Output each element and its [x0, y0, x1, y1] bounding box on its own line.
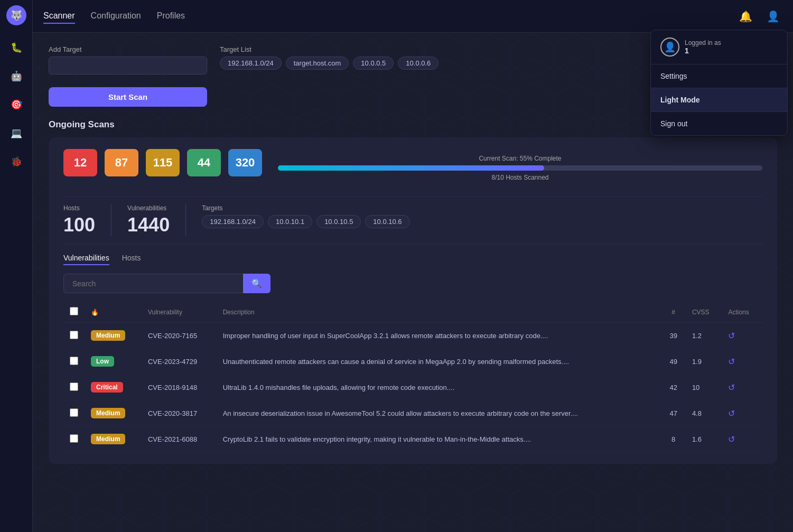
robot-icon: 🤖: [11, 70, 22, 82]
row-checkbox-cell: [63, 349, 85, 375]
tag-0: 192.168.1.0/24: [220, 57, 282, 70]
row-count: 8: [661, 426, 685, 452]
row-severity-cell: Medium: [85, 400, 142, 426]
info-badge: 320: [228, 149, 262, 176]
row-checkbox-3[interactable]: [70, 408, 78, 417]
scan-tabs: Vulnerabilities Hosts: [63, 254, 762, 265]
row-severity-cell: Medium: [85, 323, 142, 349]
progress-bar-fill: [278, 165, 544, 171]
col-actions: Actions: [722, 302, 762, 323]
targets-stat: Targets 192.168.1.0/24 10.0.10.1 10.0.10…: [202, 204, 425, 228]
target-list-label: Target List: [220, 45, 439, 53]
severity-badge: Critical: [91, 382, 123, 393]
search-row: 🔍: [63, 274, 762, 293]
start-scan-button[interactable]: Start Scan: [49, 87, 207, 107]
row-cve: CVE-2020-7165: [142, 323, 217, 349]
row-checkbox-cell: [63, 375, 85, 400]
app-logo[interactable]: 🐺: [6, 5, 26, 25]
hosts-stat-value: 100: [63, 214, 95, 236]
sidebar-item-bug2[interactable]: 🐞: [7, 152, 26, 171]
user-icon: 👤: [767, 10, 780, 23]
tab-vulnerabilities[interactable]: Vulnerabilities: [63, 254, 109, 265]
table-row: Medium CVE-2020-7165 Improper handling o…: [63, 323, 762, 349]
action-icon[interactable]: ↺: [728, 331, 735, 340]
tab-profiles[interactable]: Profiles: [157, 9, 185, 24]
row-severity-cell: Medium: [85, 426, 142, 452]
search-input[interactable]: [63, 274, 243, 293]
row-count: 47: [661, 400, 685, 426]
scan-progress: Current Scan: 55% Complete 8/10 Hosts Sc…: [278, 155, 762, 181]
action-icon[interactable]: ↺: [728, 357, 735, 366]
row-checkbox-4[interactable]: [70, 434, 78, 443]
table-row: Medium CVE-2021-6088 CryptoLib 2.1 fails…: [63, 426, 762, 452]
progress-bar-track: [278, 165, 762, 171]
scan-target-tags: 192.168.1.0/24 10.0.10.1 10.0.10.5 10.0.…: [202, 215, 409, 228]
row-checkbox-1[interactable]: [70, 357, 78, 365]
low-badge: 44: [187, 149, 221, 176]
col-description: Description: [217, 302, 661, 323]
settings-item[interactable]: Settings: [651, 64, 787, 88]
progress-label: Current Scan: 55% Complete: [278, 155, 762, 162]
vulns-stat-label: Vulnerabilities: [127, 204, 170, 212]
scan-stats: Hosts 100 Vulnerabilities 1440 Targets 1…: [63, 197, 762, 244]
action-icon[interactable]: ↺: [728, 383, 735, 392]
sidebar-item-robot[interactable]: 🤖: [7, 67, 26, 86]
hosts-stat: Hosts 100: [63, 204, 111, 236]
severity-badge: Medium: [91, 434, 125, 444]
light-mode-item[interactable]: Light Mode: [651, 88, 787, 112]
bug2-icon: 🐞: [11, 156, 22, 167]
add-target-label: Add Target: [49, 45, 207, 53]
select-all-checkbox[interactable]: [70, 307, 78, 315]
sidebar-item-target[interactable]: 🎯: [7, 95, 26, 114]
user-menu-button[interactable]: 👤: [763, 7, 782, 26]
scan-card: 12 87 115 44 320 Current Scan: 55% Compl…: [49, 137, 777, 464]
table-row: Medium CVE-2020-3817 An insecure deseria…: [63, 400, 762, 426]
row-checkbox-0[interactable]: [70, 331, 78, 339]
row-description: Improper handling of user input in Super…: [217, 323, 661, 349]
row-description: An insecure deserialization issue in Awe…: [217, 400, 661, 426]
row-actions: ↺: [722, 400, 762, 426]
scan-tag-2: 10.0.10.5: [316, 215, 361, 228]
login-info: Logged in as 1: [685, 39, 721, 55]
row-checkbox-cell: [63, 426, 85, 452]
search-button[interactable]: 🔍: [243, 274, 270, 293]
targets-stat-label: Targets: [202, 204, 409, 212]
row-description: Unauthenticated remote attackers can cau…: [217, 349, 661, 375]
tab-scanner[interactable]: Scanner: [43, 9, 75, 24]
notifications-button[interactable]: 🔔: [736, 7, 755, 26]
sidebar-item-bug[interactable]: 🐛: [7, 38, 26, 57]
row-cvss: 4.8: [686, 400, 722, 426]
vulns-stat-value: 1440: [127, 214, 170, 236]
severity-badges: 12 87 115 44 320: [63, 149, 262, 176]
row-cvss: 1.6: [686, 426, 722, 452]
row-actions: ↺: [722, 426, 762, 452]
scan-tag-0: 192.168.1.0/24: [202, 215, 264, 228]
logged-in-label: Logged in as: [685, 39, 721, 46]
target-list-block: Target List 192.168.1.0/24 target.host.c…: [220, 45, 439, 70]
action-icon[interactable]: ↺: [728, 409, 735, 418]
add-target-input[interactable]: [49, 57, 207, 74]
row-cvss: 1.9: [686, 349, 722, 375]
bell-icon: 🔔: [739, 10, 752, 23]
col-check: [63, 302, 85, 323]
severity-badge: Medium: [91, 330, 125, 341]
sidebar-item-terminal[interactable]: 💻: [7, 124, 26, 143]
action-icon[interactable]: ↺: [728, 435, 735, 444]
user-dropdown: 👤 Logged in as 1 Settings Light Mode Sig…: [650, 30, 788, 136]
col-vulnerability: Vulnerability: [142, 302, 217, 323]
hosts-scanned-label: 8/10 Hosts Scanned: [278, 174, 762, 181]
tab-configuration[interactable]: Configuration: [91, 9, 141, 24]
medium-badge: 115: [146, 149, 180, 176]
tag-1: target.host.com: [286, 57, 349, 70]
topbar: Scanner Configuration Profiles 🔔 👤: [33, 0, 793, 33]
row-actions: ↺: [722, 323, 762, 349]
col-fire: 🔥: [85, 302, 142, 323]
badges-and-progress: 12 87 115 44 320 Current Scan: 55% Compl…: [63, 149, 762, 187]
row-checkbox-2[interactable]: [70, 382, 78, 391]
row-cve: CVE-2020-3817: [142, 400, 217, 426]
sign-out-item[interactable]: Sign out: [651, 112, 787, 135]
row-checkbox-cell: [63, 323, 85, 349]
row-actions: ↺: [722, 349, 762, 375]
target-icon: 🎯: [11, 99, 22, 110]
tab-hosts[interactable]: Hosts: [122, 254, 141, 265]
